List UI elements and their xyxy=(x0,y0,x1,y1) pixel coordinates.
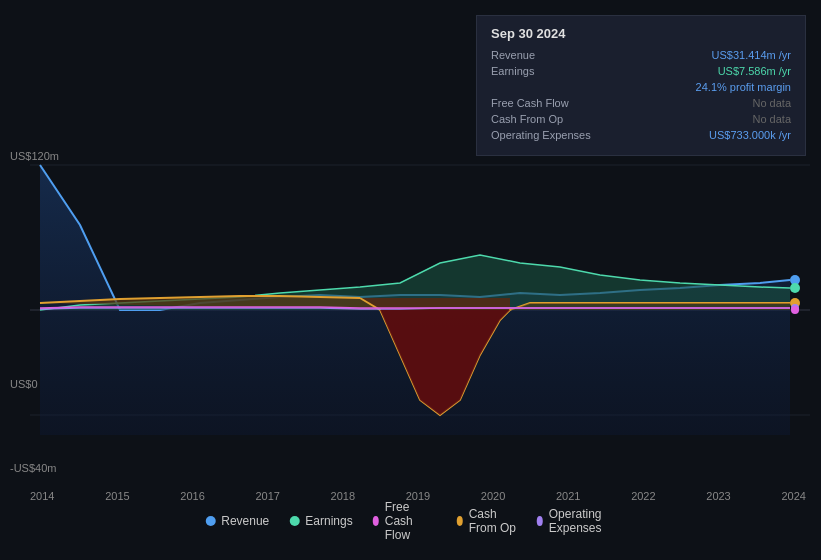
legend-cashop-label: Cash From Op xyxy=(469,507,517,535)
tooltip-opex-value: US$733.000k /yr xyxy=(709,129,791,141)
x-label-2022: 2022 xyxy=(631,490,655,502)
tooltip-earnings-row: Earnings US$7.586m /yr xyxy=(491,65,791,77)
tooltip-cashop-value: No data xyxy=(752,113,791,125)
x-label-2014: 2014 xyxy=(30,490,54,502)
tooltip-earnings-value: US$7.586m /yr xyxy=(718,65,791,77)
tooltip-date: Sep 30 2024 xyxy=(491,26,791,41)
tooltip-opex-label: Operating Expenses xyxy=(491,129,591,141)
tooltip-fcf-label: Free Cash Flow xyxy=(491,97,569,109)
legend-earnings: Earnings xyxy=(289,514,352,528)
legend-opex: Operating Expenses xyxy=(537,507,616,535)
legend-revenue: Revenue xyxy=(205,514,269,528)
legend-revenue-label: Revenue xyxy=(221,514,269,528)
tooltip-revenue-label: Revenue xyxy=(491,49,535,61)
x-label-2016: 2016 xyxy=(180,490,204,502)
tooltip-revenue-row: Revenue US$31.414m /yr xyxy=(491,49,791,61)
tooltip-cashop-row: Cash From Op No data xyxy=(491,113,791,125)
tooltip-margin-value: 24.1% profit margin xyxy=(696,81,791,93)
tooltip-earnings-label: Earnings xyxy=(491,65,534,77)
tooltip-opex-row: Operating Expenses US$733.000k /yr xyxy=(491,129,791,141)
x-label-2015: 2015 xyxy=(105,490,129,502)
tooltip-margin-row: 24.1% profit margin xyxy=(491,81,791,93)
legend-cashop: Cash From Op xyxy=(457,507,517,535)
chart-svg xyxy=(0,155,821,475)
chart-legend: Revenue Earnings Free Cash Flow Cash Fro… xyxy=(205,500,616,542)
legend-fcf: Free Cash Flow xyxy=(373,500,437,542)
legend-earnings-label: Earnings xyxy=(305,514,352,528)
legend-earnings-dot xyxy=(289,516,299,526)
svg-point-4 xyxy=(790,283,800,293)
svg-point-7 xyxy=(791,306,799,314)
x-label-2024: 2024 xyxy=(781,490,805,502)
tooltip-revenue-value: US$31.414m /yr xyxy=(712,49,791,61)
x-label-2023: 2023 xyxy=(706,490,730,502)
tooltip-fcf-row: Free Cash Flow No data xyxy=(491,97,791,109)
legend-revenue-dot xyxy=(205,516,215,526)
legend-cashop-dot xyxy=(457,516,463,526)
tooltip-panel: Sep 30 2024 Revenue US$31.414m /yr Earni… xyxy=(476,15,806,156)
legend-fcf-label: Free Cash Flow xyxy=(385,500,437,542)
legend-opex-dot xyxy=(537,516,543,526)
tooltip-cashop-label: Cash From Op xyxy=(491,113,563,125)
tooltip-fcf-value: No data xyxy=(752,97,791,109)
legend-fcf-dot xyxy=(373,516,379,526)
legend-opex-label: Operating Expenses xyxy=(549,507,616,535)
